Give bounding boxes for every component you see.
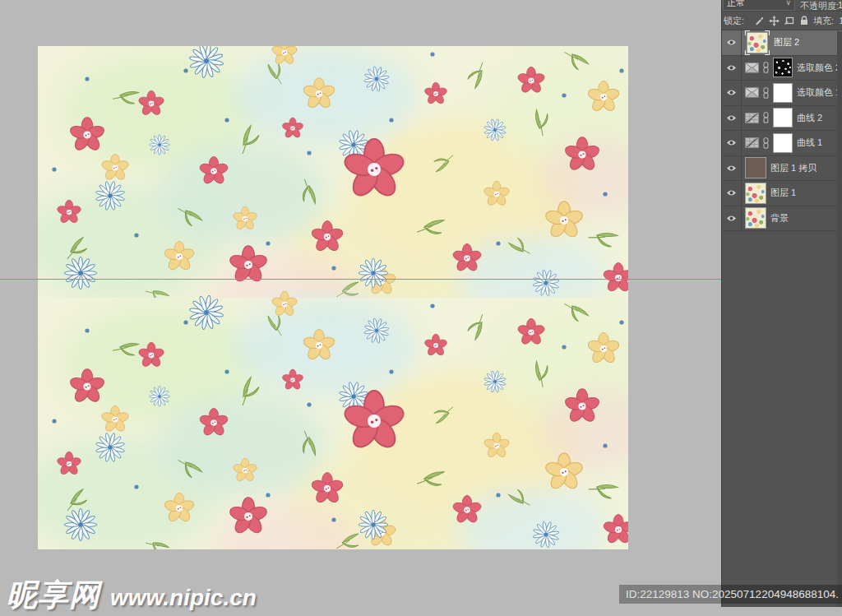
visibility-toggle[interactable]: [722, 81, 742, 105]
layer-thumbnail[interactable]: [745, 207, 766, 229]
link-icon: [763, 62, 769, 73]
document-image[interactable]: [38, 46, 628, 549]
adjustment-curves-icon[interactable]: [745, 113, 759, 123]
layer-thumbnail[interactable]: [745, 157, 766, 178]
watermark-site-name: 昵享网: [7, 575, 100, 616]
panel-scrollbar[interactable]: [837, 31, 842, 607]
lock-paint-icon[interactable]: [754, 16, 764, 25]
image-id-text: ID:22129813 NO:20250712204948688104.: [626, 588, 839, 600]
eye-icon: [726, 164, 737, 172]
eye-icon: [726, 114, 737, 122]
visibility-toggle[interactable]: [722, 156, 742, 181]
fill-label: 填充:: [813, 15, 834, 27]
adjustment-selective-color-icon[interactable]: [745, 63, 759, 73]
eye-icon: [726, 215, 737, 222]
layer-row-layer-1[interactable]: 图层 1: [722, 181, 842, 206]
lock-artboard-icon[interactable]: [784, 16, 795, 25]
visibility-toggle[interactable]: [722, 181, 742, 206]
layer-mask-thumbnail[interactable]: [773, 58, 793, 77]
layer-row-curves-2[interactable]: 曲线 2: [722, 106, 842, 132]
adjustment-selective-color-icon[interactable]: [745, 87, 759, 98]
eye-icon: [726, 64, 737, 72]
layer-mask-thumbnail[interactable]: [773, 108, 793, 127]
layer-row-layer-2[interactable]: 图层 2: [722, 30, 842, 56]
lock-row: 锁定: 填充: 1: [722, 12, 842, 30]
layer-list: 图层 2 选取颜色 2: [722, 30, 842, 231]
canvas-area: [0, 0, 721, 616]
visibility-toggle[interactable]: [722, 30, 742, 55]
watermark: 昵享网 www.nipic.cn: [7, 575, 257, 616]
layer-name[interactable]: 曲线 2: [797, 112, 822, 124]
watermark-site-url: www.nipic.cn: [110, 585, 257, 611]
layers-panel: 正常 ∨ 不透明度: 1 锁定:: [721, 0, 842, 607]
layer-mask-thumbnail[interactable]: [773, 133, 793, 153]
visibility-toggle[interactable]: [722, 106, 742, 131]
layer-row-selective-color-1[interactable]: 选取颜色 1: [722, 81, 842, 106]
blend-mode-value: 正常: [727, 0, 785, 9]
lock-all-icon[interactable]: [800, 16, 808, 25]
status-bar: ID:22129813 NO:20250712204948688104.: [619, 585, 842, 604]
eye-icon: [726, 189, 737, 197]
visibility-toggle[interactable]: [722, 206, 742, 231]
blend-mode-dropdown[interactable]: 正常 ∨: [723, 0, 795, 11]
adjustment-curves-icon[interactable]: [745, 137, 759, 148]
blend-mode-row: 正常 ∨ 不透明度: 1: [722, 0, 842, 12]
fill-value[interactable]: 1: [839, 16, 842, 25]
floral-pattern-graphic: [38, 46, 628, 549]
layer-thumbnail[interactable]: [745, 183, 766, 204]
link-icon: [763, 112, 769, 123]
eye-icon: [726, 89, 737, 96]
visibility-toggle[interactable]: [722, 131, 742, 155]
layer-name[interactable]: 选取颜色 1: [797, 86, 840, 99]
layer-name[interactable]: 曲线 1: [797, 137, 822, 149]
eye-icon: [726, 139, 737, 146]
eye-icon: [726, 39, 737, 46]
layer-row-curves-1[interactable]: 曲线 1: [722, 131, 842, 156]
opacity-label: 不透明度:: [800, 0, 839, 12]
layer-name[interactable]: 图层 2: [774, 36, 799, 49]
layer-mask-thumbnail[interactable]: [773, 83, 793, 103]
link-icon: [763, 87, 769, 99]
opacity-value[interactable]: 1: [838, 0, 842, 10]
link-icon: [763, 137, 769, 149]
layer-row-background[interactable]: 背景: [722, 206, 842, 232]
layer-thumbnail[interactable]: [745, 30, 770, 55]
layer-row-selective-color-2[interactable]: 选取颜色 2: [722, 56, 842, 81]
visibility-toggle[interactable]: [722, 56, 742, 81]
layer-name[interactable]: 图层 1: [770, 187, 796, 199]
layer-row-layer-1-copy[interactable]: 图层 1 拷贝: [722, 156, 842, 182]
lock-label: 锁定:: [724, 15, 744, 27]
lock-position-icon[interactable]: [769, 16, 780, 26]
chevron-down-icon: ∨: [785, 0, 791, 7]
layer-name[interactable]: 图层 1 拷贝: [770, 162, 817, 174]
layer-name[interactable]: 背景: [770, 212, 789, 225]
horizontal-guide[interactable]: [0, 279, 721, 280]
layer-name[interactable]: 选取颜色 2: [797, 62, 840, 74]
